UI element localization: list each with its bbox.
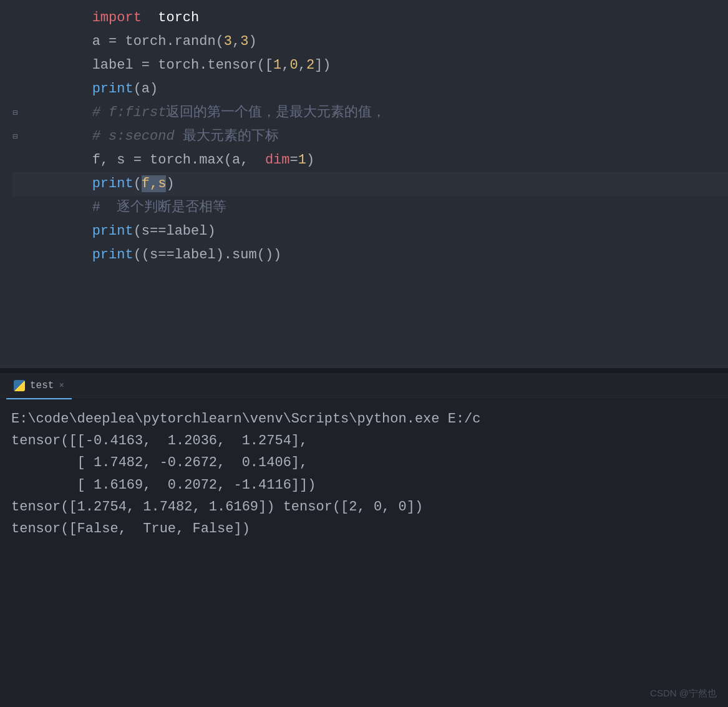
terminal-line-5: tensor([False, True, False]) [11, 518, 717, 540]
token-print4-args: ((s==label).sum()) [133, 247, 282, 263]
panel-separator [0, 368, 728, 373]
line11-content: print((s==label).sum()) [26, 220, 728, 291]
terminal-tab-test[interactable]: test × [6, 373, 72, 399]
terminal-line-0: E:\code\deeplea\pytorchlearn\venv\Script… [11, 408, 717, 430]
terminal-line-4: tensor([1.2754, 1.7482, 1.6169]) tensor(… [11, 496, 717, 518]
terminal-tab-label: test [30, 380, 54, 391]
fold-icon-6[interactable]: ⊟ [12, 125, 25, 149]
terminal-content: E:\code\deeplea\pytorchlearn\venv\Script… [0, 399, 728, 549]
terminal-tab-close[interactable]: × [59, 381, 64, 391]
python-icon [14, 380, 25, 391]
code-line-11: print((s==label).sum()) [12, 243, 728, 267]
watermark-text: CSDN @宁然也 [650, 688, 717, 698]
code-lines: import torch a = torch.randn(3,3) label … [0, 0, 728, 273]
terminal-line-1: tensor([[-0.4163, 1.2036, 1.2754], [11, 430, 717, 452]
code-editor: import torch a = torch.randn(3,3) label … [0, 0, 728, 368]
terminal-panel: test × E:\code\deeplea\pytorchlearn\venv… [0, 373, 728, 707]
terminal-tab-bar: test × [0, 373, 728, 399]
terminal-line-2: [ 1.7482, -0.2672, 0.1406], [11, 452, 717, 474]
fold-icon-5[interactable]: ⊟ [12, 101, 25, 125]
token-print4: print [92, 247, 133, 263]
terminal-line-3: [ 1.6169, 0.2072, -1.4116]]) [11, 474, 717, 496]
watermark: CSDN @宁然也 [650, 688, 717, 700]
